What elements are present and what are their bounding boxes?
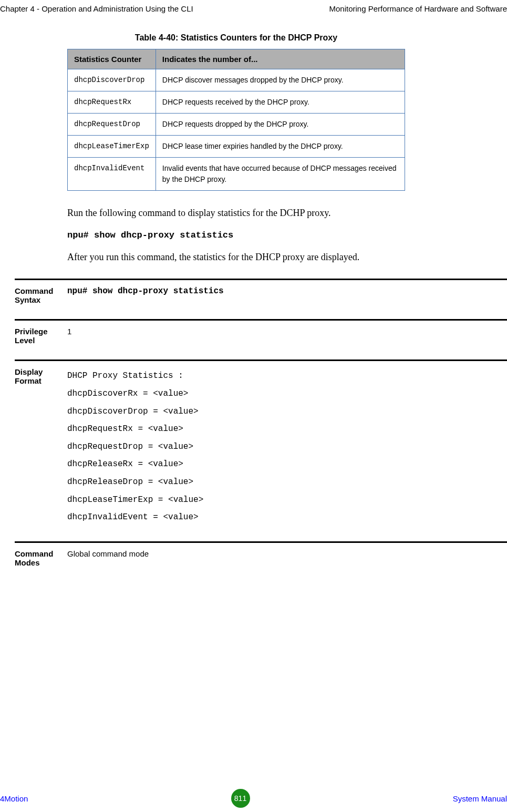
format-line: dhcpInvalidEvent = <value> (67, 509, 507, 527)
format-line: dhcpReleaseRx = <value> (67, 456, 507, 474)
col-header-desc: Indicates the number of... (156, 49, 405, 69)
format-line: dhcpRequestRx = <value> (67, 420, 507, 438)
command-syntax-section: Command Syntax npu# show dhcp-proxy stat… (15, 279, 507, 304)
stats-counters-table: Statistics Counter Indicates the number … (67, 49, 405, 191)
desc-cell: Invalid events that have occurred becaus… (156, 158, 405, 191)
header-section: Monitoring Performance of Hardware and S… (329, 4, 508, 13)
table-row: dhcpDiscoverDrop DHCP discover messages … (68, 69, 405, 91)
page-header: Chapter 4 - Operation and Administration… (0, 0, 507, 17)
footer-doc-title: System Manual (453, 794, 507, 803)
format-line: dhcpDiscoverRx = <value> (67, 385, 507, 403)
table-row: dhcpRequestRx DHCP requests received by … (68, 91, 405, 114)
counter-cell: dhcpInvalidEvent (68, 158, 156, 191)
privilege-value: 1 (67, 327, 507, 345)
table-row: dhcpInvalidEvent Invalid events that hav… (68, 158, 405, 191)
page-footer: 4Motion 811 System Manual (0, 789, 507, 808)
display-format-lines: DHCP Proxy Statistics : dhcpDiscoverRx =… (67, 367, 507, 526)
section-label: Privilege Level (15, 327, 67, 345)
format-line: DHCP Proxy Statistics : (67, 367, 507, 385)
page-number-badge: 811 (231, 789, 250, 808)
counter-cell: dhcpRequestDrop (68, 114, 156, 136)
desc-cell: DHCP requests received by the DHCP proxy… (156, 91, 405, 114)
display-format-section: Display Format DHCP Proxy Statistics : d… (15, 359, 507, 526)
table-row: dhcpLeaseTimerExp DHCP lease timer expir… (68, 136, 405, 158)
page-content: Table 4-40: Statistics Counters for the … (0, 17, 507, 567)
desc-cell: DHCP lease timer expiries handled by the… (156, 136, 405, 158)
header-chapter: Chapter 4 - Operation and Administration… (0, 4, 193, 13)
body-paragraph-1: Run the following command to display sta… (67, 207, 507, 220)
privilege-level-section: Privilege Level 1 (15, 319, 507, 345)
format-line: dhcpLeaseTimerExp = <value> (67, 491, 507, 509)
command-modes-section: Command Modes Global command mode (15, 541, 507, 567)
command-syntax-value: npu# show dhcp-proxy statistics (67, 286, 507, 304)
desc-cell: DHCP requests dropped by the DHCP proxy. (156, 114, 405, 136)
counter-cell: dhcpDiscoverDrop (68, 69, 156, 91)
counter-cell: dhcpLeaseTimerExp (68, 136, 156, 158)
footer-product: 4Motion (0, 794, 28, 803)
col-header-counter: Statistics Counter (68, 49, 156, 69)
format-line: dhcpDiscoverDrop = <value> (67, 403, 507, 421)
table-caption: Table 4-40: Statistics Counters for the … (67, 33, 405, 43)
table-row: dhcpRequestDrop DHCP requests dropped by… (68, 114, 405, 136)
section-label: Display Format (15, 367, 67, 526)
body-command: npu# show dhcp-proxy statistics (67, 230, 507, 240)
desc-cell: DHCP discover messages dropped by the DH… (156, 69, 405, 91)
section-label: Command Modes (15, 549, 67, 567)
format-line: dhcpReleaseDrop = <value> (67, 474, 507, 491)
format-line: dhcpRequestDrop = <value> (67, 438, 507, 456)
body-paragraph-2: After you run this command, the statisti… (67, 251, 507, 264)
counter-cell: dhcpRequestRx (68, 91, 156, 114)
section-label: Command Syntax (15, 286, 67, 304)
command-modes-value: Global command mode (67, 549, 507, 567)
